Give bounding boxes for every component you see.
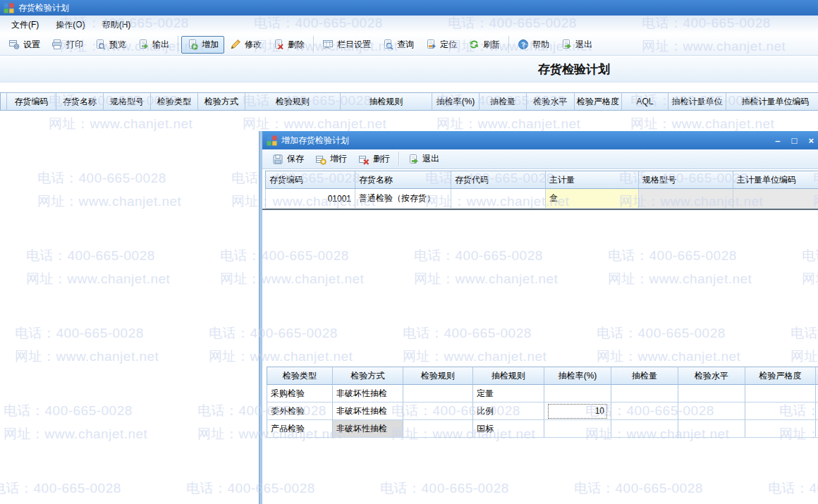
preview-button[interactable]: 预览 (89, 36, 132, 54)
detail-cell-r0-c7[interactable] (745, 385, 816, 402)
dialog-toolbar: 保存增行删行退出 (262, 149, 818, 169)
detail-column-header-6[interactable]: 检验水平 (678, 367, 745, 385)
header-grid-separator (262, 209, 818, 210)
detail-cell-r0-c0[interactable]: 采购检验 (267, 385, 333, 402)
detail-cell-r1-c4[interactable]: 10 (544, 402, 611, 420)
menu-item-0[interactable]: 文件(F) (3, 16, 47, 34)
close-button[interactable]: × (808, 136, 814, 145)
exit-icon (561, 39, 572, 50)
button-label: 刷新 (483, 39, 500, 51)
watermark-phone: 电话：400-665-0028 (15, 324, 144, 343)
header-grid-cell-2[interactable] (451, 189, 546, 209)
detail-cell-r0-c4[interactable] (544, 385, 611, 402)
delete-row-button[interactable]: 删行 (353, 150, 396, 168)
watermark-site: 网址：www.chanjet.net (26, 270, 170, 288)
main-column-header-3[interactable]: 检验类型 (151, 92, 198, 111)
detail-cell-r0-c5[interactable] (611, 385, 678, 402)
column-settings-button[interactable]: 栏目设置 (317, 36, 377, 54)
detail-column-header-5[interactable]: 抽检量 (611, 367, 678, 385)
detail-cell-r1-c6[interactable] (678, 402, 745, 420)
main-column-header-5[interactable]: 检验规则 (245, 92, 341, 111)
delete-row-icon (358, 154, 370, 165)
detail-cell-r2-c0[interactable]: 产品检验 (267, 420, 333, 438)
detail-cell-r2-c2[interactable] (403, 420, 473, 438)
detail-cell-r2-c6[interactable] (678, 420, 745, 438)
button-label: 增行 (330, 153, 347, 165)
main-column-header-11[interactable]: AQL (622, 92, 669, 111)
detail-cell-r2-c4[interactable] (544, 420, 611, 438)
menu-item-1[interactable]: 操作(O) (47, 16, 93, 34)
detail-column-header-7[interactable]: 检验严格度 (745, 367, 816, 385)
main-column-header-13[interactable]: 抽检计量单位编码 (726, 92, 818, 111)
main-column-header-8[interactable]: 抽检量 (480, 92, 527, 111)
detail-cell-r2-c3[interactable]: 国标 (473, 420, 544, 438)
detail-cell-r1-c0[interactable]: 委外检验 (267, 402, 333, 420)
exit-button[interactable]: 退出 (402, 150, 445, 168)
watermark-phone: 电话：400-665-0028 (26, 247, 155, 265)
print-button[interactable]: 打印 (46, 36, 89, 54)
help-button[interactable]: ?帮助 (512, 36, 555, 54)
detail-cell-r1-c5[interactable] (611, 402, 678, 420)
main-column-header-1[interactable]: 存货名称 (56, 92, 104, 111)
watermark-site: 网址：www.chanjet.net (37, 192, 181, 211)
edit-button[interactable]: 修改 (224, 36, 267, 54)
detail-cell-r0-c6[interactable] (678, 385, 745, 402)
main-column-header-12[interactable]: 抽检计量单位 (669, 92, 726, 111)
query-button[interactable]: 查询 (377, 36, 420, 54)
watermark-phone: 电话：400-665-0028 (4, 402, 133, 420)
header-grid-column-5[interactable]: 主计量单位编码 (733, 171, 818, 189)
detail-cell-r1-c3[interactable]: 比例 (473, 402, 544, 420)
detail-column-header-0[interactable]: 检验类型 (267, 367, 333, 385)
settings-button[interactable]: 设置 (3, 36, 46, 54)
button-label: 输出 (152, 39, 169, 51)
sample-rate-editor[interactable]: 10 (548, 404, 607, 419)
output-button[interactable]: 输出 (132, 36, 175, 54)
main-column-header-4[interactable]: 检验方式 (198, 92, 245, 111)
toolbar-separator (178, 36, 178, 53)
save-button[interactable]: 保存 (267, 150, 310, 168)
exit-button[interactable]: 退出 (555, 36, 598, 54)
add-row-button[interactable]: 增行 (310, 150, 353, 168)
detail-column-header-1[interactable]: 检验方式 (333, 367, 403, 385)
button-label: 增加 (202, 39, 219, 51)
delete-button[interactable]: 删除 (267, 36, 310, 54)
detail-cell-r2-c1: 非破坏性抽检 (333, 420, 403, 438)
main-column-header-9[interactable]: 检验水平 (527, 92, 575, 111)
detail-column-header-2[interactable]: 检验规则 (403, 367, 473, 385)
detail-column-header-3[interactable]: 抽检规则 (473, 367, 544, 385)
minimize-button[interactable]: – (775, 136, 780, 145)
maximize-button[interactable]: □ (792, 136, 798, 145)
header-grid-cell-1[interactable]: 普通检验（按存货） (355, 189, 451, 209)
detail-column-header-4[interactable]: 抽检率(%) (544, 367, 611, 385)
header-grid-column-0[interactable]: 存货编码 (265, 171, 355, 189)
main-column-header-0[interactable]: 存货编码 (7, 92, 56, 111)
header-grid-column-4[interactable]: 规格型号 (639, 171, 733, 189)
menu-item-2[interactable]: 帮助(H) (94, 16, 140, 34)
detail-cell-r0-c3[interactable]: 定量 (473, 385, 544, 402)
button-label: 栏目设置 (337, 39, 371, 51)
dialog-window-controls: –□× (775, 131, 814, 149)
header-grid-column-1[interactable]: 存货名称 (355, 171, 451, 189)
detail-cell-r2-c7[interactable] (745, 420, 816, 438)
header-grid-row: 01001普通检验（按存货）盒002 (265, 189, 818, 209)
header-grid-cell-3[interactable]: 盒 (546, 189, 639, 209)
detail-cell-r0-c1[interactable]: 非破坏性抽检 (333, 385, 403, 402)
locate-button[interactable]: 定位 (420, 36, 463, 54)
main-column-header-6[interactable]: 抽检规则 (341, 92, 432, 111)
detail-cell-r1-c7[interactable] (745, 402, 816, 420)
header-grid-column-2[interactable]: 存货代码 (451, 171, 546, 189)
refresh-button[interactable]: 刷新 (463, 36, 506, 54)
detail-cell-r2-c5[interactable] (611, 420, 678, 438)
add-button[interactable]: 增加 (181, 36, 224, 54)
main-column-header-10[interactable]: 检验严格度 (575, 92, 622, 111)
main-column-header-2[interactable]: 规格型号 (104, 92, 151, 111)
header-grid-cell-0[interactable]: 01001 (265, 189, 355, 209)
delete-icon (273, 39, 284, 50)
detail-cell-r1-c1[interactable]: 非破坏性抽检 (333, 402, 403, 420)
detail-cell-r0-c2[interactable] (403, 385, 473, 402)
main-column-header-7[interactable]: 抽检率(%) (432, 92, 480, 111)
detail-cell-r1-c2[interactable] (403, 402, 473, 420)
header-grid-column-3[interactable]: 主计量 (546, 171, 639, 189)
dialog-title: 增加存货检验计划 (281, 135, 349, 147)
exit-icon (408, 154, 419, 165)
